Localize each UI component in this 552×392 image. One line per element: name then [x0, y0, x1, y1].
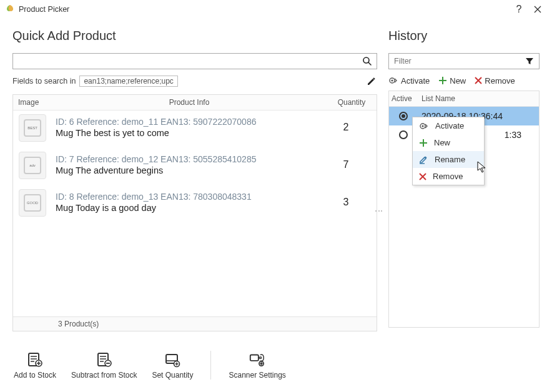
search-icon[interactable]: [362, 56, 373, 67]
product-qty: 2: [327, 122, 377, 133]
ctx-remove[interactable]: Remove: [413, 168, 484, 185]
history-filter[interactable]: [388, 53, 540, 69]
scanner-icon: [249, 351, 266, 368]
ctx-new[interactable]: New: [413, 134, 484, 151]
help-button[interactable]: ?: [510, 0, 528, 19]
pencil-icon: [419, 155, 428, 164]
col-qty: Quantity: [327, 95, 377, 110]
bottom-toolbar: Add to Stock Subtract from Stock Set Qua…: [0, 343, 552, 387]
svg-point-4: [421, 125, 423, 127]
product-name: Mug Today is a good day: [56, 203, 323, 213]
active-radio[interactable]: [399, 112, 408, 120]
product-thumb: GOOD: [19, 189, 46, 217]
context-menu: Activate New Rename Remove: [412, 117, 485, 185]
col-info: Product Info: [52, 95, 327, 110]
edit-fields-button[interactable]: [366, 76, 377, 87]
summary-text: 3 Product(s): [52, 317, 105, 331]
col-list-name: List Name: [418, 91, 539, 106]
remove-button[interactable]: Remove: [475, 76, 515, 86]
scanner-settings-button[interactable]: Scanner Settings: [229, 351, 285, 380]
title-bar: Product Picker ?: [0, 0, 552, 19]
table-row[interactable]: adv ID: 7 Reference: demo_12 EAN13: 5055…: [13, 148, 377, 185]
fields-value: ean13;name;reference;upc: [79, 76, 177, 87]
add-stock-icon: [26, 351, 44, 368]
plus-icon: [419, 139, 428, 147]
search-box[interactable]: [12, 53, 377, 69]
quick-add-heading: Quick Add Product: [12, 29, 377, 43]
product-name: Mug The best is yet to come: [56, 128, 323, 138]
window-title: Product Picker: [19, 5, 510, 14]
ctx-activate[interactable]: Activate: [413, 117, 484, 134]
col-active: Active: [389, 91, 418, 106]
app-icon: [5, 4, 15, 14]
product-thumb: adv: [19, 152, 46, 179]
products-table: Image Product Info Quantity BEST ID: 6 R…: [12, 94, 377, 331]
svg-rect-11: [250, 355, 259, 361]
activate-icon: [419, 121, 429, 131]
product-qty: 7: [327, 159, 377, 170]
table-row[interactable]: GOOD ID: 8 Reference: demo_13 EAN13: 780…: [13, 185, 377, 223]
quick-add-panel: Quick Add Product Fields to search in ea…: [12, 25, 377, 343]
table-row[interactable]: BEST ID: 6 Reference: demo_11 EAN13: 590…: [13, 110, 377, 148]
ctx-rename[interactable]: Rename: [413, 151, 484, 168]
product-meta: ID: 7 Reference: demo_12 EAN13: 50552854…: [56, 154, 323, 164]
set-quantity-button[interactable]: Set Quantity: [152, 351, 193, 380]
col-image: Image: [13, 95, 52, 110]
product-meta: ID: 6 Reference: demo_11 EAN13: 59072220…: [56, 117, 323, 127]
drag-handle-icon[interactable]: ⋮: [375, 207, 383, 215]
filter-icon[interactable]: [524, 56, 535, 67]
filter-input[interactable]: [393, 56, 524, 66]
product-name: Mug The adventure begins: [56, 165, 323, 175]
product-thumb: BEST: [19, 114, 46, 142]
activate-button[interactable]: Activate: [388, 76, 430, 86]
close-button[interactable]: [528, 0, 547, 19]
product-meta: ID: 8 Reference: demo_13 EAN13: 78030804…: [56, 192, 323, 202]
fields-label: Fields to search in: [12, 77, 76, 86]
subtract-from-stock-button[interactable]: Subtract from Stock: [71, 351, 137, 380]
svg-point-2: [391, 79, 393, 81]
subtract-stock-icon: [96, 351, 113, 368]
history-heading: History: [388, 29, 540, 43]
divider: [210, 351, 211, 380]
add-to-stock-button[interactable]: Add to Stock: [14, 351, 56, 380]
active-radio[interactable]: [399, 130, 408, 139]
x-icon: [419, 173, 426, 180]
new-button[interactable]: New: [438, 76, 466, 86]
search-input[interactable]: [17, 56, 362, 67]
set-qty-icon: [164, 351, 181, 368]
product-qty: 3: [327, 197, 377, 208]
